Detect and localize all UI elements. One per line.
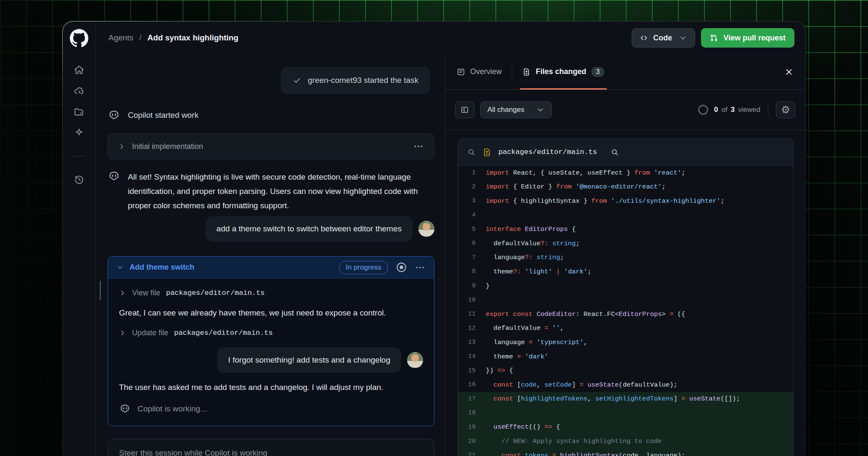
content-row: green-comet93 started the task Copilot s…	[96, 54, 805, 456]
update-file-path: packages/editor/main.ts	[174, 329, 273, 337]
line-content: }) => {	[486, 367, 513, 374]
breadcrumb-section[interactable]: Agents	[108, 33, 133, 42]
chevron-down-icon	[536, 106, 545, 114]
search-icon	[467, 148, 476, 156]
copilot-sparkle-icon[interactable]	[74, 127, 85, 138]
copilot-started-row: Copilot started work	[108, 109, 434, 122]
viewed-progress: 0 of 3 viewed	[698, 105, 760, 115]
code-line: 20 // NEW: Apply syntax highlighting to …	[458, 434, 793, 448]
update-file-row[interactable]: Update file packages/editor/main.ts	[119, 329, 423, 337]
user-message-bubble: add a theme switch to switch between edi…	[206, 216, 413, 241]
code-line: 15}) => {	[458, 363, 793, 378]
view-pull-request-button[interactable]: View pull request	[701, 28, 794, 48]
code-line: 13 language = 'typescript',	[458, 335, 793, 350]
copilot-note: Great, I can see we already have themes,…	[119, 308, 423, 318]
steer-input[interactable]	[119, 448, 423, 456]
desktop-background: Agents / Add syntax highlighting Code Vi…	[0, 0, 868, 456]
stop-icon[interactable]	[396, 262, 407, 273]
github-logo-icon[interactable]	[70, 29, 88, 48]
line-content: }	[486, 282, 490, 290]
copilot-icon	[119, 403, 131, 415]
code-line: 5interface EditorProps {	[458, 222, 793, 236]
line-number: 16	[458, 381, 486, 388]
task-card-header[interactable]: Add theme switch In progress	[108, 257, 434, 278]
search-in-file-icon[interactable]	[611, 148, 619, 156]
line-content: language = 'typescript',	[486, 339, 587, 346]
code-button-label: Code	[653, 34, 672, 42]
tab-overview-label: Overview	[470, 67, 502, 76]
chevron-down-icon	[116, 264, 124, 271]
line-content: theme = 'dark'	[486, 353, 548, 361]
top-header: Agents / Add syntax highlighting Code Vi…	[96, 21, 805, 54]
file-header[interactable]: packages/editor/main.ts	[458, 139, 793, 166]
code-brackets-icon	[640, 34, 648, 42]
header-actions: Code View pull request	[632, 28, 794, 48]
code-line: 8 theme?: 'light' | 'dark';	[458, 265, 793, 279]
code-line: 14 theme = 'dark'	[458, 350, 793, 364]
tab-files-changed[interactable]: Files changed 3	[522, 54, 604, 89]
task-card-actions: In progress	[339, 261, 426, 274]
gear-icon: ⚙	[781, 105, 790, 115]
file-diff-card: packages/editor/main.ts 1import React, {…	[458, 138, 794, 456]
panel-tabs: Overview Files changed 3	[445, 54, 805, 90]
line-number: 2	[458, 183, 486, 191]
active-tab-underline	[520, 88, 607, 90]
line-number: 21	[458, 452, 486, 456]
view-file-row[interactable]: View file packages/editor/main.ts	[119, 289, 423, 297]
copilot-summary: All set! Syntax highlighting is live wit…	[108, 170, 434, 213]
tab-overview[interactable]: Overview	[457, 54, 502, 89]
user-avatar[interactable]	[418, 221, 434, 237]
code-line: 1import React, { useState, useEffect } f…	[458, 166, 793, 180]
changes-filter-select[interactable]: All changes	[480, 101, 552, 118]
line-number: 14	[458, 353, 486, 360]
close-icon[interactable]	[784, 67, 794, 77]
new-project-folder-icon[interactable]	[74, 106, 85, 117]
cloud-code-icon[interactable]	[74, 85, 85, 96]
line-number: 3	[458, 197, 486, 204]
user-avatar[interactable]	[407, 352, 423, 368]
page-title: Add syntax highlighting	[147, 33, 238, 42]
line-number: 11	[458, 310, 486, 318]
copilot-icon	[108, 170, 120, 183]
ellipsis-icon[interactable]	[413, 141, 424, 152]
line-number: 5	[458, 226, 486, 233]
line-content: defaultValue = '',	[486, 324, 564, 332]
line-content: useEffect(() => {	[486, 423, 560, 431]
code-line: 12 defaultValue = '',	[458, 321, 793, 336]
copilot-note: The user has asked me to add tests and a…	[119, 383, 423, 392]
line-number: 1	[458, 169, 486, 176]
initial-implementation-card[interactable]: Initial implementation	[108, 133, 434, 159]
copilot-started-label: Copilot started work	[128, 111, 198, 120]
diff-toolbar: All changes 0 of 3 viewed ⚙	[445, 90, 805, 130]
chevron-right-icon	[119, 329, 126, 337]
scrollbar-thumb[interactable]	[100, 281, 101, 300]
copilot-summary-text: All set! Syntax highlighting is live wit…	[128, 170, 427, 213]
chevron-right-icon	[118, 143, 125, 150]
home-icon[interactable]	[74, 64, 85, 75]
collapse-panel-button[interactable]	[455, 101, 474, 118]
user-message-row: add a theme switch to switch between edi…	[108, 216, 434, 241]
history-icon[interactable]	[74, 174, 85, 185]
line-content: import { highlightSyntax } from './utils…	[486, 197, 724, 205]
task-card-title: Add theme switch	[130, 263, 194, 272]
code-line: 21 const tokens = highlightSyntax(code, …	[458, 448, 793, 456]
chevron-right-icon	[119, 289, 126, 297]
overview-icon	[457, 68, 465, 76]
chat-column: green-comet93 started the task Copilot s…	[96, 54, 445, 456]
diff-settings-button[interactable]: ⚙	[776, 101, 795, 118]
line-number: 6	[458, 240, 486, 247]
viewed-total: 3	[731, 106, 735, 114]
user-message-bubble: I forgot something! add tests and a chan…	[217, 347, 401, 373]
tab-separator	[512, 67, 512, 77]
code-button[interactable]: Code	[632, 28, 695, 48]
ellipsis-icon[interactable]	[415, 262, 426, 273]
line-content: const [highlightedTokens, setHighlighted…	[486, 395, 740, 403]
line-number: 18	[458, 409, 486, 416]
session-status-pill: green-comet93 started the task	[281, 67, 430, 94]
code-line: 7 language?: string;	[458, 251, 793, 265]
code-line: 11export const CodeEditor: React.FC<Edit…	[458, 307, 793, 321]
line-content: export const CodeEditor: React.FC<Editor…	[486, 310, 685, 318]
file-path: packages/editor/main.ts	[498, 148, 597, 156]
code-diff-view[interactable]: 1import React, { useState, useEffect } f…	[458, 166, 793, 456]
line-content: import { Editor } from '@monaco-editor/r…	[486, 183, 666, 191]
